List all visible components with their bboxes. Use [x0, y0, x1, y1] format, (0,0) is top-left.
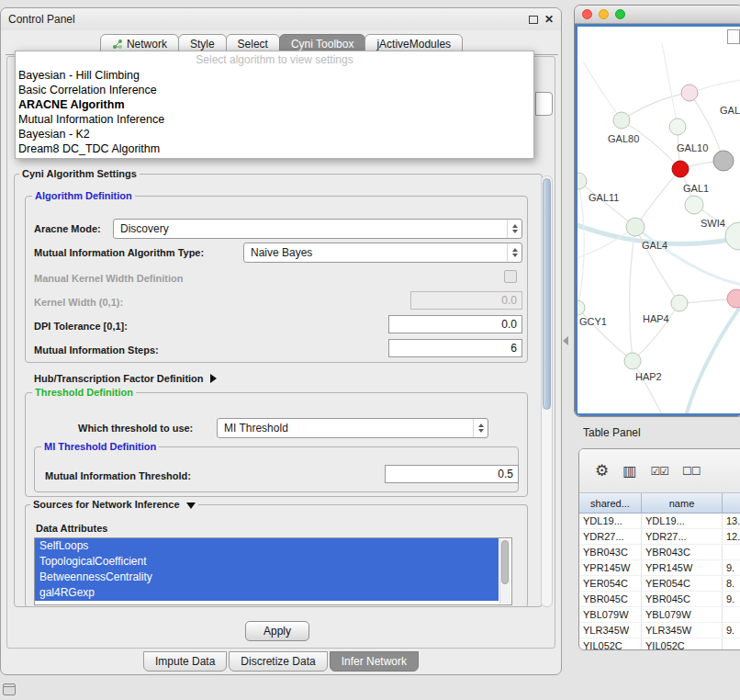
column-header-name[interactable]: name: [642, 493, 723, 513]
table-settings-icon[interactable]: ⚙: [595, 461, 609, 480]
minimized-panel-icon[interactable]: [3, 683, 16, 695]
aracne-mode-select[interactable]: Discovery: [113, 219, 522, 239]
close-window-icon[interactable]: ✕: [544, 14, 554, 25]
cell[interactable]: YER054C: [642, 576, 723, 591]
network-canvas-area[interactable]: GAL80GAL10GAL11GAL1SWI4GAL4GCY1HAP4HAP2G…: [575, 24, 740, 416]
algorithm-option-bayesian-k2[interactable]: Bayesian - K2: [16, 127, 533, 141]
list-item-topologicalcoefficient[interactable]: TopologicalCoefficient: [35, 554, 499, 570]
network-node-gal10[interactable]: [669, 119, 686, 135]
select-all-columns-icon[interactable]: ☑☑: [650, 465, 668, 478]
cell[interactable]: YER054C: [579, 576, 642, 591]
network-node[interactable]: [681, 85, 698, 101]
table-row[interactable]: YER054CYER054C8.: [579, 576, 740, 592]
cell[interactable]: YBR043C: [579, 545, 642, 559]
cell[interactable]: 8.: [723, 576, 740, 591]
algorithm-option-mutual-information[interactable]: Mutual Information Inference: [16, 112, 533, 127]
network-node-gal4[interactable]: [626, 218, 645, 236]
table-row[interactable]: YBR045CYBR045C9.: [579, 592, 740, 607]
data-attributes-list[interactable]: SelfLoops TopologicalCoefficient Between…: [34, 537, 512, 605]
tab-impute-data[interactable]: Impute Data: [143, 651, 227, 672]
cell[interactable]: 13...: [723, 514, 740, 528]
network-window-titlebar[interactable]: [575, 6, 740, 24]
network-view-window: GAL80GAL10GAL11GAL1SWI4GAL4GCY1HAP4HAP2G…: [574, 5, 740, 417]
network-node[interactable]: [672, 161, 689, 177]
cell[interactable]: 12...: [723, 529, 740, 544]
cell[interactable]: YIL052C: [579, 638, 642, 650]
table-row[interactable]: YDR27...YDR27...12...: [579, 529, 740, 545]
network-edge: [686, 299, 740, 413]
cell[interactable]: YBL079W: [579, 607, 642, 622]
which-threshold-select[interactable]: MI Threshold: [217, 418, 488, 438]
network-edge: [633, 303, 679, 361]
dpi-tolerance-input[interactable]: [388, 315, 522, 333]
network-node[interactable]: [727, 289, 740, 308]
cell[interactable]: 9.: [723, 623, 740, 638]
mi-threshold-input[interactable]: [385, 465, 519, 483]
cell[interactable]: YLR345W: [579, 623, 642, 638]
float-window-icon[interactable]: [529, 16, 538, 24]
table-row[interactable]: YDL19...YDL19...13...: [579, 514, 740, 529]
cell[interactable]: YPR145W: [642, 560, 723, 575]
control-panel-titlebar[interactable]: Control Panel ✕: [1, 8, 561, 30]
show-columns-icon[interactable]: ▥: [622, 462, 636, 480]
network-node-hap4[interactable]: [671, 295, 688, 311]
table-row[interactable]: YBL079WYBL079W: [579, 607, 740, 623]
close-traffic-light[interactable]: [582, 9, 592, 19]
algorithm-option-dream8[interactable]: Dream8 DC_TDC Algorithm: [16, 141, 533, 156]
cell[interactable]: YDR27...: [642, 529, 723, 544]
mi-steps-input[interactable]: [388, 339, 522, 357]
cell[interactable]: YDL19...: [579, 514, 642, 528]
cell[interactable]: YBR045C: [579, 592, 642, 606]
cell[interactable]: YBR043C: [642, 545, 723, 559]
unselect-all-columns-icon[interactable]: ☐☐: [682, 465, 701, 478]
tab-infer-network[interactable]: Infer Network: [330, 651, 419, 672]
cell[interactable]: YIL052C: [642, 638, 723, 650]
settings-scrollbar[interactable]: [541, 175, 553, 607]
column-header-shared-name[interactable]: shared...: [579, 493, 642, 513]
network-edge: [583, 62, 622, 120]
cell[interactable]: [723, 607, 740, 622]
network-canvas[interactable]: GAL80GAL10GAL11GAL1SWI4GAL4GCY1HAP4HAP2G…: [577, 27, 740, 413]
table-row[interactable]: YPR145WYPR145W9.: [579, 560, 740, 576]
column-header-extra[interactable]: [723, 493, 740, 513]
hub-definition-toggle[interactable]: Hub/Transcription Factor Definition: [34, 370, 217, 387]
minimize-traffic-light[interactable]: [599, 9, 609, 19]
cell[interactable]: YDR27...: [579, 529, 642, 544]
sources-group-title: Sources for Network Inference: [33, 499, 180, 510]
table-row[interactable]: YIL052CYIL052C: [579, 638, 740, 650]
cell[interactable]: YLR345W: [642, 623, 723, 638]
cell[interactable]: 9.: [723, 560, 740, 575]
apply-button[interactable]: Apply: [245, 621, 309, 641]
cell[interactable]: YBR045C: [642, 592, 723, 606]
algorithm-option-aracne[interactable]: ARACNE Algorithm: [16, 97, 533, 112]
list-scrollbar-thumb[interactable]: [501, 540, 509, 584]
cell[interactable]: [723, 545, 740, 559]
algorithm-option-bayesian-hill-climbing[interactable]: Bayesian - Hill Climbing: [16, 68, 533, 83]
which-threshold-label: Which threshold to use:: [78, 423, 193, 434]
list-item-betweennesscentrality[interactable]: BetweennessCentrality: [35, 570, 499, 585]
cell[interactable]: 9.: [723, 592, 740, 606]
table-row[interactable]: YLR345WYLR345W9.: [579, 623, 740, 638]
tab-discretize-data[interactable]: Discretize Data: [229, 651, 327, 672]
network-node-gal80[interactable]: [613, 112, 630, 129]
settings-scrollbar-thumb[interactable]: [543, 178, 551, 410]
network-node-gal1[interactable]: [685, 196, 703, 214]
list-scrollbar[interactable]: [499, 539, 510, 604]
cell[interactable]: YDL19...: [642, 514, 723, 528]
network-node-gcy1[interactable]: [577, 300, 585, 315]
cell[interactable]: YPR145W: [579, 560, 642, 575]
cell[interactable]: YBL079W: [642, 607, 723, 622]
table-row[interactable]: YBR043CYBR043C: [579, 545, 740, 560]
algorithm-option-basic-correlation[interactable]: Basic Correlation Inference: [16, 83, 533, 97]
splitter-collapse-icon[interactable]: [563, 336, 568, 345]
cell[interactable]: [723, 638, 740, 650]
mi-algorithm-type-select[interactable]: Naive Bayes: [243, 243, 522, 263]
network-node-hap2[interactable]: [624, 353, 641, 369]
sources-group-toggle[interactable]: Sources for Network Inference: [30, 499, 198, 511]
network-node-swi4[interactable]: [725, 222, 740, 250]
list-item-gal4rgexp[interactable]: gal4RGexp: [35, 585, 499, 601]
list-item-selfloops[interactable]: SelfLoops: [35, 538, 499, 554]
zoom-traffic-light[interactable]: [615, 9, 625, 19]
network-node[interactable]: [713, 151, 734, 171]
network-node-label: HAP4: [643, 313, 669, 324]
